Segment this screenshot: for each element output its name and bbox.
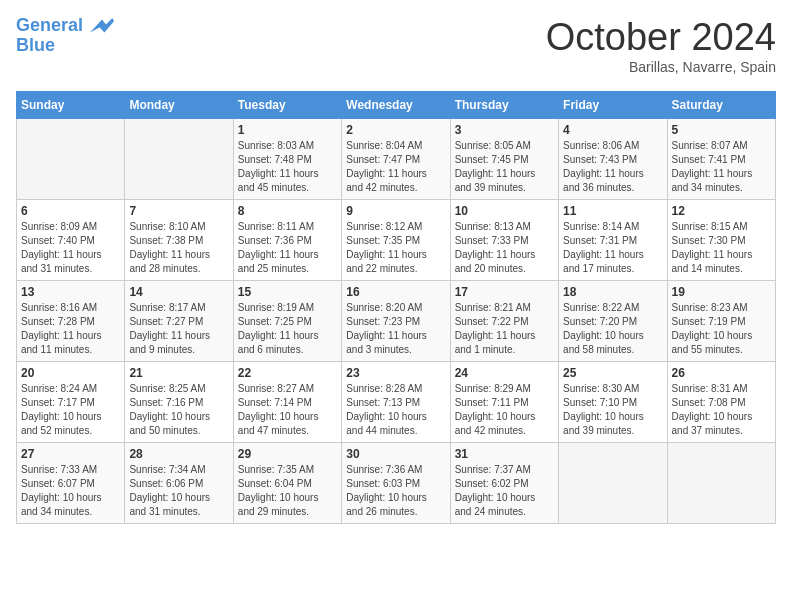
calendar-cell: 28Sunrise: 7:34 AM Sunset: 6:06 PM Dayli… (125, 443, 233, 524)
day-info: Sunrise: 7:36 AM Sunset: 6:03 PM Dayligh… (346, 463, 445, 519)
calendar-cell: 29Sunrise: 7:35 AM Sunset: 6:04 PM Dayli… (233, 443, 341, 524)
day-info: Sunrise: 8:11 AM Sunset: 7:36 PM Dayligh… (238, 220, 337, 276)
day-info: Sunrise: 8:28 AM Sunset: 7:13 PM Dayligh… (346, 382, 445, 438)
calendar-cell: 8Sunrise: 8:11 AM Sunset: 7:36 PM Daylig… (233, 200, 341, 281)
logo-line2: Blue (16, 36, 114, 56)
day-info: Sunrise: 7:37 AM Sunset: 6:02 PM Dayligh… (455, 463, 554, 519)
col-monday: Monday (125, 92, 233, 119)
calendar-cell: 7Sunrise: 8:10 AM Sunset: 7:38 PM Daylig… (125, 200, 233, 281)
calendar-cell: 5Sunrise: 8:07 AM Sunset: 7:41 PM Daylig… (667, 119, 775, 200)
col-sunday: Sunday (17, 92, 125, 119)
calendar-cell: 20Sunrise: 8:24 AM Sunset: 7:17 PM Dayli… (17, 362, 125, 443)
day-info: Sunrise: 8:20 AM Sunset: 7:23 PM Dayligh… (346, 301, 445, 357)
calendar-cell: 6Sunrise: 8:09 AM Sunset: 7:40 PM Daylig… (17, 200, 125, 281)
day-info: Sunrise: 8:29 AM Sunset: 7:11 PM Dayligh… (455, 382, 554, 438)
day-number: 18 (563, 285, 662, 299)
calendar-week-4: 20Sunrise: 8:24 AM Sunset: 7:17 PM Dayli… (17, 362, 776, 443)
day-number: 9 (346, 204, 445, 218)
calendar-cell: 26Sunrise: 8:31 AM Sunset: 7:08 PM Dayli… (667, 362, 775, 443)
calendar-week-2: 6Sunrise: 8:09 AM Sunset: 7:40 PM Daylig… (17, 200, 776, 281)
day-number: 5 (672, 123, 771, 137)
day-info: Sunrise: 8:04 AM Sunset: 7:47 PM Dayligh… (346, 139, 445, 195)
calendar-week-1: 1Sunrise: 8:03 AM Sunset: 7:48 PM Daylig… (17, 119, 776, 200)
day-info: Sunrise: 8:15 AM Sunset: 7:30 PM Dayligh… (672, 220, 771, 276)
calendar-cell: 19Sunrise: 8:23 AM Sunset: 7:19 PM Dayli… (667, 281, 775, 362)
calendar-cell: 21Sunrise: 8:25 AM Sunset: 7:16 PM Dayli… (125, 362, 233, 443)
day-info: Sunrise: 8:17 AM Sunset: 7:27 PM Dayligh… (129, 301, 228, 357)
day-info: Sunrise: 8:09 AM Sunset: 7:40 PM Dayligh… (21, 220, 120, 276)
day-number: 20 (21, 366, 120, 380)
day-number: 31 (455, 447, 554, 461)
calendar-cell: 2Sunrise: 8:04 AM Sunset: 7:47 PM Daylig… (342, 119, 450, 200)
calendar-cell: 16Sunrise: 8:20 AM Sunset: 7:23 PM Dayli… (342, 281, 450, 362)
calendar-cell: 31Sunrise: 7:37 AM Sunset: 6:02 PM Dayli… (450, 443, 558, 524)
day-number: 29 (238, 447, 337, 461)
logo: General Blue (16, 16, 114, 56)
day-info: Sunrise: 8:07 AM Sunset: 7:41 PM Dayligh… (672, 139, 771, 195)
calendar-cell: 13Sunrise: 8:16 AM Sunset: 7:28 PM Dayli… (17, 281, 125, 362)
page-header: General Blue October 2024 Barillas, Nava… (16, 16, 776, 75)
calendar-cell: 23Sunrise: 8:28 AM Sunset: 7:13 PM Dayli… (342, 362, 450, 443)
day-info: Sunrise: 8:06 AM Sunset: 7:43 PM Dayligh… (563, 139, 662, 195)
calendar-cell: 12Sunrise: 8:15 AM Sunset: 7:30 PM Dayli… (667, 200, 775, 281)
day-number: 14 (129, 285, 228, 299)
calendar-cell: 18Sunrise: 8:22 AM Sunset: 7:20 PM Dayli… (559, 281, 667, 362)
day-info: Sunrise: 8:25 AM Sunset: 7:16 PM Dayligh… (129, 382, 228, 438)
calendar-table: Sunday Monday Tuesday Wednesday Thursday… (16, 91, 776, 524)
day-number: 30 (346, 447, 445, 461)
day-number: 23 (346, 366, 445, 380)
col-friday: Friday (559, 92, 667, 119)
calendar-header: Sunday Monday Tuesday Wednesday Thursday… (17, 92, 776, 119)
day-info: Sunrise: 7:33 AM Sunset: 6:07 PM Dayligh… (21, 463, 120, 519)
day-number: 22 (238, 366, 337, 380)
title-block: October 2024 Barillas, Navarre, Spain (546, 16, 776, 75)
day-info: Sunrise: 8:16 AM Sunset: 7:28 PM Dayligh… (21, 301, 120, 357)
day-number: 15 (238, 285, 337, 299)
calendar-cell (17, 119, 125, 200)
day-number: 2 (346, 123, 445, 137)
day-number: 1 (238, 123, 337, 137)
day-info: Sunrise: 8:31 AM Sunset: 7:08 PM Dayligh… (672, 382, 771, 438)
logo-line1: General (16, 15, 83, 35)
day-number: 8 (238, 204, 337, 218)
logo-text: General (16, 16, 114, 36)
day-info: Sunrise: 8:22 AM Sunset: 7:20 PM Dayligh… (563, 301, 662, 357)
day-info: Sunrise: 8:19 AM Sunset: 7:25 PM Dayligh… (238, 301, 337, 357)
calendar-cell: 22Sunrise: 8:27 AM Sunset: 7:14 PM Dayli… (233, 362, 341, 443)
location-subtitle: Barillas, Navarre, Spain (546, 59, 776, 75)
calendar-cell: 9Sunrise: 8:12 AM Sunset: 7:35 PM Daylig… (342, 200, 450, 281)
calendar-cell: 24Sunrise: 8:29 AM Sunset: 7:11 PM Dayli… (450, 362, 558, 443)
day-number: 26 (672, 366, 771, 380)
day-info: Sunrise: 8:23 AM Sunset: 7:19 PM Dayligh… (672, 301, 771, 357)
day-info: Sunrise: 8:03 AM Sunset: 7:48 PM Dayligh… (238, 139, 337, 195)
day-number: 25 (563, 366, 662, 380)
col-saturday: Saturday (667, 92, 775, 119)
day-info: Sunrise: 8:27 AM Sunset: 7:14 PM Dayligh… (238, 382, 337, 438)
calendar-week-3: 13Sunrise: 8:16 AM Sunset: 7:28 PM Dayli… (17, 281, 776, 362)
calendar-cell: 14Sunrise: 8:17 AM Sunset: 7:27 PM Dayli… (125, 281, 233, 362)
calendar-cell: 15Sunrise: 8:19 AM Sunset: 7:25 PM Dayli… (233, 281, 341, 362)
day-number: 11 (563, 204, 662, 218)
header-row: Sunday Monday Tuesday Wednesday Thursday… (17, 92, 776, 119)
svg-marker-0 (90, 18, 114, 32)
day-number: 3 (455, 123, 554, 137)
col-thursday: Thursday (450, 92, 558, 119)
day-number: 6 (21, 204, 120, 218)
day-number: 28 (129, 447, 228, 461)
day-number: 10 (455, 204, 554, 218)
day-info: Sunrise: 8:05 AM Sunset: 7:45 PM Dayligh… (455, 139, 554, 195)
day-info: Sunrise: 8:14 AM Sunset: 7:31 PM Dayligh… (563, 220, 662, 276)
calendar-cell: 1Sunrise: 8:03 AM Sunset: 7:48 PM Daylig… (233, 119, 341, 200)
day-number: 24 (455, 366, 554, 380)
day-number: 13 (21, 285, 120, 299)
calendar-cell: 27Sunrise: 7:33 AM Sunset: 6:07 PM Dayli… (17, 443, 125, 524)
calendar-cell: 11Sunrise: 8:14 AM Sunset: 7:31 PM Dayli… (559, 200, 667, 281)
day-number: 16 (346, 285, 445, 299)
calendar-cell: 3Sunrise: 8:05 AM Sunset: 7:45 PM Daylig… (450, 119, 558, 200)
day-number: 12 (672, 204, 771, 218)
calendar-cell (667, 443, 775, 524)
calendar-cell (559, 443, 667, 524)
day-number: 4 (563, 123, 662, 137)
day-number: 19 (672, 285, 771, 299)
day-info: Sunrise: 7:34 AM Sunset: 6:06 PM Dayligh… (129, 463, 228, 519)
